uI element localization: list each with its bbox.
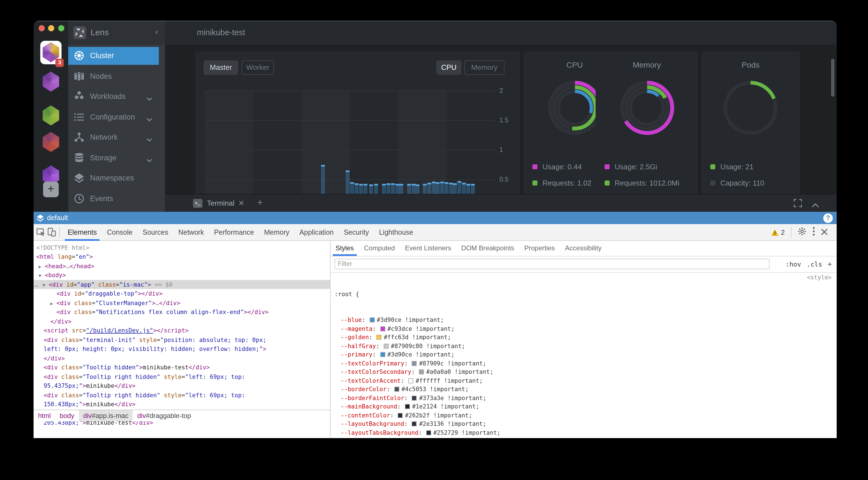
sidebar-item-workloads[interactable]: Workloads [68, 88, 159, 105]
dock-expand-icon[interactable] [794, 199, 802, 207]
sidebar-item-nodes[interactable]: Nodes [68, 67, 159, 85]
traffic-minimize-button[interactable] [48, 25, 54, 31]
css-declaration[interactable]: --textColorPrimary: #87909c !important; [331, 359, 837, 368]
dom-tree-node[interactable]: …▼<div id="app" class="is-mac"> == $0 [34, 280, 330, 289]
help-button[interactable]: ? [823, 213, 833, 223]
dom-tree-node[interactable]: ▶<head>…</head> [34, 261, 330, 270]
sidebar-collapse-icon[interactable]: ‹ [155, 27, 158, 37]
devtools-tab-sources[interactable]: Sources [137, 224, 174, 241]
sidebar-pane-tab-computed[interactable]: Computed [359, 241, 400, 255]
color-swatch[interactable] [412, 395, 417, 400]
memory-metric-button[interactable]: Memory [464, 60, 504, 75]
color-swatch[interactable] [369, 317, 374, 322]
devtools-tab-memory[interactable]: Memory [259, 224, 294, 241]
color-swatch[interactable] [380, 352, 385, 357]
dom-tree-node[interactable]: <script src="/build/LensDev.js"></script… [34, 326, 330, 335]
master-node-button[interactable]: Master [204, 60, 238, 75]
terminal-tab[interactable]: Terminal [207, 199, 234, 207]
worker-node-button[interactable]: Worker [242, 60, 274, 75]
css-declaration[interactable]: --layoutTabsActiveColor: #ffffff !import… [331, 437, 837, 438]
dom-tree-node[interactable]: ▶<div class="ClusterManager">…</div> [34, 298, 330, 307]
sidebar-item-cluster[interactable]: Cluster [68, 47, 159, 65]
dom-tree-node[interactable]: <div class="Tooltip right hidden" style=… [34, 372, 330, 381]
sidebar-item-events[interactable]: Events [68, 190, 159, 207]
devtools-tab-application[interactable]: Application [294, 224, 339, 241]
dom-tree-node[interactable]: 150.438px;">minikube</div> [34, 400, 330, 409]
cluster-4-icon[interactable] [40, 131, 62, 153]
sidebar-pane-tab-properties[interactable]: Properties [519, 241, 560, 255]
css-declaration[interactable]: --layoutTabsBackground: #252729 !importa… [331, 428, 837, 437]
sidebar-item-network[interactable]: Network [68, 129, 159, 146]
devtools-tab-network[interactable]: Network [174, 224, 209, 241]
css-declaration[interactable]: --golden: #ffc63d !important; [331, 333, 837, 342]
css-declaration[interactable]: --textColorSecondary: #a0a0a0 !important… [331, 368, 837, 376]
dock-collapse-icon[interactable] [811, 200, 819, 205]
css-declaration[interactable]: --contentColor: #262b2f !important; [331, 411, 837, 420]
color-swatch[interactable] [426, 430, 431, 435]
sidebar-pane-tab-accessibility[interactable]: Accessibility [560, 241, 607, 255]
namespace-statusbar[interactable]: default ? [34, 212, 837, 224]
terminal-add-icon[interactable]: + [257, 197, 263, 208]
devtools-tab-security[interactable]: Security [339, 224, 374, 241]
sidebar-pane-tab-styles[interactable]: Styles [331, 241, 359, 255]
sidebar-item-storage[interactable]: Storage [68, 149, 159, 167]
css-declaration[interactable]: --magenta: #c93dce !important; [331, 324, 837, 333]
devtools-tab-elements[interactable]: Elements [63, 224, 102, 241]
css-declaration[interactable]: --borderColor: #4c5053 !important; [331, 385, 837, 394]
dom-tree-node[interactable]: </div> [34, 353, 330, 363]
devtools-tab-lighthouse[interactable]: Lighthouse [374, 224, 418, 241]
color-swatch[interactable] [394, 387, 399, 392]
cluster-3-icon[interactable] [40, 104, 62, 127]
color-swatch[interactable] [398, 413, 403, 418]
dom-tree-node[interactable]: <!DOCTYPE html> [34, 243, 330, 252]
cluster-active-icon[interactable]: 3 [40, 40, 62, 64]
cluster-2-icon[interactable] [40, 70, 62, 93]
color-swatch[interactable] [412, 361, 417, 366]
dom-tree-node[interactable]: </div> [34, 316, 330, 326]
color-swatch[interactable] [405, 404, 410, 409]
color-swatch[interactable] [384, 343, 389, 348]
color-swatch[interactable] [408, 378, 413, 383]
dom-tree-node[interactable]: <html lang="en"> [34, 252, 330, 261]
dom-tree-node[interactable]: 95.4375px;">minikube</div> [34, 381, 330, 390]
devtools-menu-icon[interactable] [813, 227, 815, 238]
device-toolbar-icon[interactable] [47, 228, 57, 237]
color-swatch[interactable] [419, 369, 424, 374]
css-declaration[interactable]: --borderFaintColor: #373a3e !important; [331, 394, 837, 402]
sidebar-pane-tab-event-listeners[interactable]: Event Listeners [400, 241, 456, 255]
content-scrollbar[interactable] [831, 59, 834, 97]
css-declaration[interactable]: --halfGray: #87909c80 !important; [331, 342, 837, 350]
dom-tree-node[interactable]: <div class="Notifications flex column al… [34, 307, 330, 316]
breadcrumb-item[interactable]: html [34, 410, 55, 421]
traffic-close-button[interactable] [38, 25, 44, 31]
add-cluster-button[interactable]: + [43, 182, 59, 197]
css-declaration[interactable]: --primary: #3d90ce !important; [331, 350, 837, 359]
dom-tree-node[interactable]: left: 0px; height: 0px; visibility: hidd… [34, 344, 330, 353]
color-swatch[interactable] [380, 326, 385, 331]
styles-filter-input[interactable] [335, 259, 770, 269]
color-swatch[interactable] [412, 421, 417, 426]
devtools-tab-console[interactable]: Console [102, 224, 137, 241]
devtools-close-icon[interactable] [821, 228, 828, 238]
style-source-link[interactable]: <style> [807, 273, 832, 282]
breadcrumb-item[interactable]: div#draggable-top [133, 410, 195, 421]
devtools-tab-performance[interactable]: Performance [209, 224, 259, 241]
new-style-rule-button[interactable]: + [827, 259, 832, 269]
devtools-settings-icon[interactable] [798, 227, 806, 238]
sidebar-pane-tab-dom-breakpoints[interactable]: DOM Breakpoints [456, 241, 519, 255]
toggle-class-button[interactable]: .cls [807, 261, 822, 268]
terminal-close-icon[interactable]: ✕ [238, 199, 244, 207]
dom-tree-node[interactable]: ▼<body> [34, 270, 330, 280]
css-declaration[interactable]: --layoutBackground: #2e3136 !important; [331, 420, 837, 428]
css-declaration[interactable]: --mainBackground: #1e2124 !important; [331, 402, 837, 411]
traffic-zoom-button[interactable] [58, 25, 64, 31]
sidebar-item-namespaces[interactable]: Namespaces [68, 169, 159, 187]
console-warnings-badge[interactable]: 2 [772, 229, 785, 236]
css-declaration[interactable]: --textColorAccent: #ffffff !important; [331, 376, 837, 385]
dom-tree-node[interactable]: <div class="terminal-init" style="positi… [34, 335, 330, 344]
dom-tree-node[interactable]: <div class="Tooltip right hidden" style=… [34, 390, 330, 400]
color-swatch[interactable] [376, 335, 381, 340]
css-declaration[interactable]: --blue: #3d90ce !important; [331, 316, 837, 324]
dom-tree-node[interactable]: <div class="Tooltip hidden">minikube-tes… [34, 363, 330, 372]
dom-tree-node[interactable]: <div id="draggable-top"></div> [34, 289, 330, 298]
